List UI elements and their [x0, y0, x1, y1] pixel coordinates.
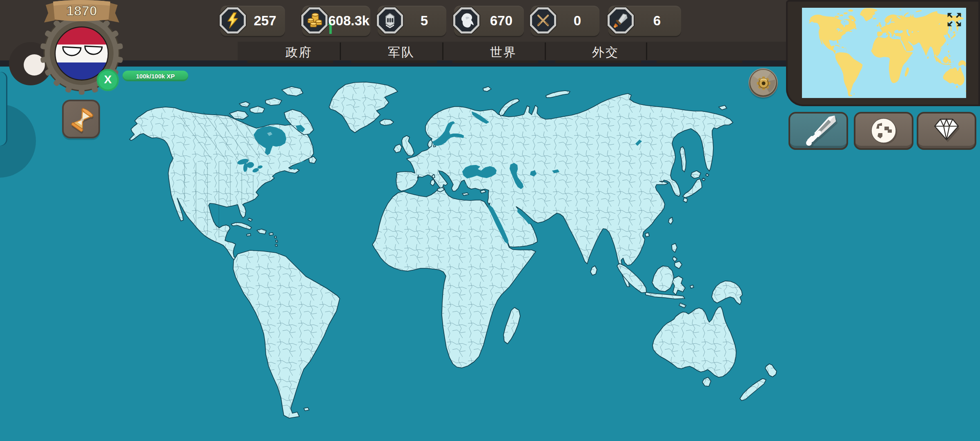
- svg-text:1870: 1870: [66, 3, 97, 18]
